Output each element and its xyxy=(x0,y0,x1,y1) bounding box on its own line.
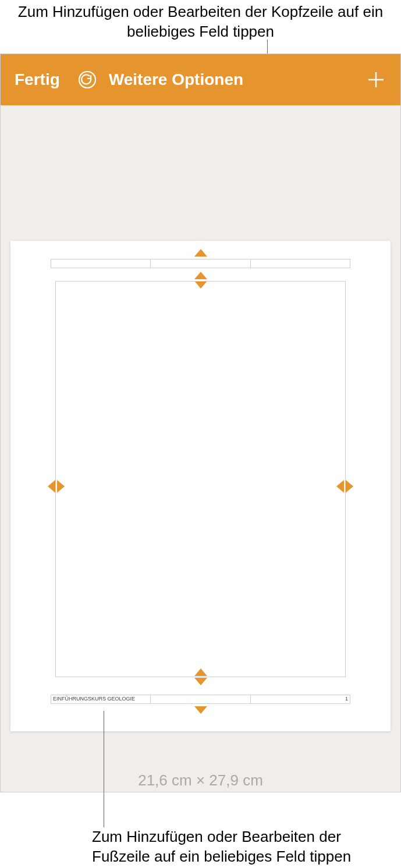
margin-handle-bottom-outer[interactable] xyxy=(194,706,207,714)
margin-handle-top-outer[interactable] xyxy=(194,249,207,257)
triangle-up-icon xyxy=(194,249,207,257)
document-page[interactable]: EINFÜHRUNGSKURS GEOLOGIE 1 xyxy=(10,241,391,731)
margin-handle-right[interactable] xyxy=(336,480,353,493)
triangle-down-icon xyxy=(194,706,207,714)
triangle-left-icon xyxy=(336,480,344,493)
triangle-down-icon xyxy=(194,678,207,685)
margin-handle-bottom-inner[interactable] xyxy=(194,668,207,685)
toolbar: Fertig Weitere Optionen xyxy=(1,54,400,105)
undo-button[interactable] xyxy=(76,69,98,91)
footer-fields: EINFÜHRUNGSKURS GEOLOGIE 1 xyxy=(51,695,350,704)
plus-icon xyxy=(366,70,386,90)
more-options-button[interactable]: Weitere Optionen xyxy=(109,70,243,89)
header-field-right[interactable] xyxy=(250,259,350,268)
margin-handle-left[interactable] xyxy=(48,480,65,493)
page-body[interactable] xyxy=(55,281,346,677)
undo-icon xyxy=(77,70,97,90)
triangle-up-icon xyxy=(194,668,207,676)
header-field-center[interactable] xyxy=(150,259,250,268)
header-field-left[interactable] xyxy=(51,259,150,268)
app-frame: Fertig Weitere Optionen xyxy=(0,54,401,792)
triangle-up-icon xyxy=(194,272,207,279)
footer-field-right[interactable]: 1 xyxy=(250,695,350,704)
footer-field-left[interactable]: EINFÜHRUNGSKURS GEOLOGIE xyxy=(51,695,150,704)
triangle-right-icon xyxy=(57,480,65,493)
callout-header: Zum Hinzufügen oder Bearbeiten der Kopfz… xyxy=(0,0,401,42)
callout-footer: Zum Hinzufügen oder Bearbeiten der Fußze… xyxy=(92,827,401,867)
triangle-left-icon xyxy=(48,480,55,493)
done-button[interactable]: Fertig xyxy=(15,70,60,89)
header-fields xyxy=(51,259,350,268)
page-dimensions-label: 21,6 cm × 27,9 cm xyxy=(1,771,400,789)
footer-field-center[interactable] xyxy=(150,695,250,704)
add-button[interactable] xyxy=(362,66,390,94)
callout-header-text: Zum Hinzufügen oder Bearbeiten der Kopfz… xyxy=(0,2,401,42)
canvas-area[interactable]: EINFÜHRUNGSKURS GEOLOGIE 1 21,6 cm × 27,… xyxy=(1,105,400,792)
callout-footer-text: Zum Hinzufügen oder Bearbeiten der Fußze… xyxy=(92,827,401,867)
callout-footer-line xyxy=(104,711,104,827)
triangle-right-icon xyxy=(346,480,353,493)
